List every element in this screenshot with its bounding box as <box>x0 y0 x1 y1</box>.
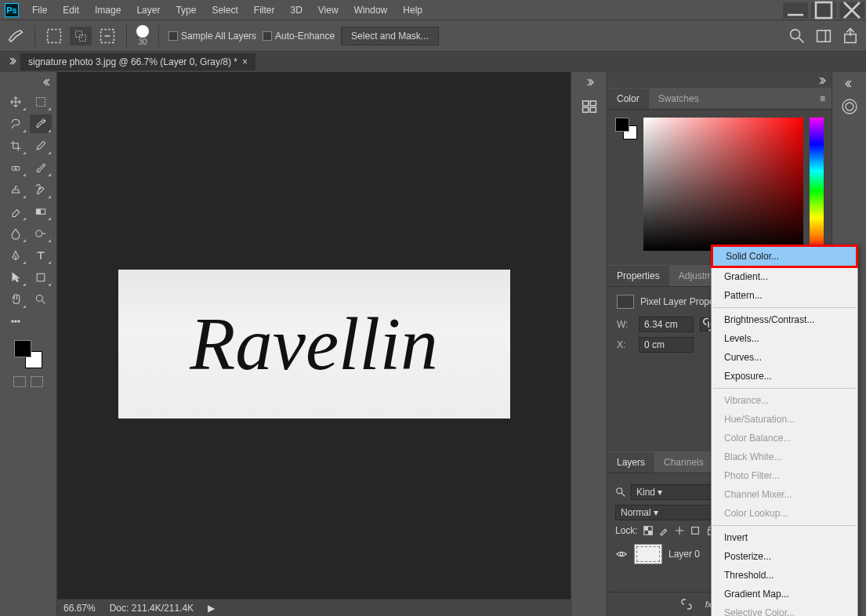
lock-position-icon[interactable] <box>674 525 685 536</box>
sample-all-layers-checkbox[interactable]: Sample All Layers <box>168 31 256 42</box>
lock-paint-icon[interactable] <box>658 525 669 536</box>
healing-brush-tool[interactable] <box>5 158 27 177</box>
maximize-button[interactable] <box>811 2 836 18</box>
color-picker-field[interactable] <box>643 118 803 251</box>
panel-expand[interactable] <box>584 77 595 89</box>
foreground-color[interactable] <box>14 340 31 357</box>
menu-layer[interactable]: Layer <box>129 2 167 19</box>
eraser-tool[interactable] <box>5 202 27 221</box>
blur-tool[interactable] <box>5 224 27 243</box>
gradient-tool[interactable] <box>30 202 52 221</box>
menu-type[interactable]: Type <box>168 2 203 19</box>
lasso-tool[interactable] <box>5 114 27 133</box>
menu-levels[interactable]: Levels... <box>712 329 857 348</box>
menu-posterize[interactable]: Posterize... <box>712 547 857 566</box>
svg-rect-23 <box>37 274 45 281</box>
hue-slider[interactable] <box>810 118 824 251</box>
clone-stamp-tool[interactable] <box>5 180 27 199</box>
type-tool[interactable] <box>30 246 52 265</box>
workspace-icon[interactable] <box>814 27 833 45</box>
quick-mask-icon[interactable] <box>13 376 26 387</box>
search-icon[interactable] <box>788 27 806 45</box>
menu-window[interactable]: Window <box>347 2 395 19</box>
menu-exposure[interactable]: Exposure... <box>712 367 857 386</box>
quick-selection-tool[interactable] <box>30 114 52 133</box>
brush-tool[interactable] <box>30 158 52 177</box>
creative-cloud-icon[interactable] <box>840 97 859 116</box>
menu-gradient[interactable]: Gradient... <box>712 267 857 286</box>
subtract-selection-icon[interactable] <box>98 27 117 45</box>
menu-select[interactable]: Select <box>205 2 245 19</box>
right-dock-collapse[interactable] <box>844 78 855 91</box>
menu-solid-color[interactable]: Solid Color... <box>711 245 858 268</box>
menu-3d[interactable]: 3D <box>283 2 309 19</box>
menu-brightness-contrast[interactable]: Brightness/Contrast... <box>712 310 857 329</box>
status-chevron-icon[interactable]: ▶ <box>208 603 215 614</box>
pen-tool[interactable] <box>5 246 27 265</box>
layer-name[interactable]: Layer 0 <box>669 549 700 560</box>
menu-invert[interactable]: Invert <box>712 528 857 547</box>
panels-collapse[interactable] <box>816 75 827 88</box>
width-input[interactable] <box>639 317 694 332</box>
color-panel-tabs: Color Swatches ≡ <box>607 88 832 110</box>
menu-threshold[interactable]: Threshold... <box>712 566 857 585</box>
tab-color[interactable]: Color <box>607 89 649 109</box>
layer-filter-search-icon[interactable] <box>615 487 626 498</box>
x-input[interactable] <box>639 337 694 353</box>
lock-artboard-icon[interactable] <box>690 525 701 536</box>
dodge-tool[interactable] <box>30 224 52 243</box>
eyedropper-tool[interactable] <box>30 136 52 155</box>
screen-mode-icon[interactable] <box>31 376 43 387</box>
svg-point-40 <box>620 553 623 556</box>
color-panel-menu-icon[interactable]: ≡ <box>813 89 832 109</box>
lock-transparent-icon[interactable] <box>643 525 654 536</box>
add-selection-icon[interactable] <box>70 27 92 45</box>
brush-preset[interactable]: 30 <box>136 25 149 46</box>
close-button[interactable] <box>839 2 864 18</box>
move-tool[interactable] <box>5 92 27 111</box>
layer-thumbnail[interactable] <box>634 544 662 564</box>
zoom-level[interactable]: 66.67% <box>63 603 96 614</box>
tab-channels[interactable]: Channels <box>654 452 713 473</box>
shape-tool[interactable] <box>30 268 52 287</box>
menu-view[interactable]: View <box>311 2 346 19</box>
menu-image[interactable]: Image <box>88 2 128 19</box>
tab-layers[interactable]: Layers <box>607 452 654 473</box>
crop-tool[interactable] <box>5 136 27 155</box>
svg-rect-32 <box>590 107 596 112</box>
document-tab[interactable]: signature photo 3.jpg @ 66.7% (Layer 0, … <box>20 53 255 71</box>
menu-help[interactable]: Help <box>396 2 429 19</box>
menu-gradient-map[interactable]: Gradient Map... <box>712 585 857 603</box>
menu-file[interactable]: File <box>25 2 54 19</box>
canvas-area[interactable]: Ravellin 66.67% Doc: 211.4K/211.4K ▶ <box>57 72 571 616</box>
share-icon[interactable] <box>841 27 860 45</box>
layer-visibility-icon[interactable] <box>615 548 628 560</box>
edit-toolbar[interactable] <box>5 312 27 331</box>
marquee-tool[interactable] <box>30 92 52 111</box>
doc-size[interactable]: Doc: 211.4K/211.4K <box>110 603 194 614</box>
document-canvas[interactable]: Ravellin <box>118 270 510 419</box>
menu-edit[interactable]: Edit <box>56 2 86 19</box>
color-fgbg-swatch[interactable] <box>615 118 637 140</box>
menu-pattern[interactable]: Pattern... <box>712 286 857 305</box>
current-tool-icon[interactable] <box>6 27 25 45</box>
history-brush-tool[interactable] <box>30 180 52 199</box>
zoom-tool[interactable] <box>30 290 52 309</box>
menu-curves[interactable]: Curves... <box>712 348 857 367</box>
new-selection-icon[interactable] <box>45 27 63 45</box>
panel-collapse-left[interactable] <box>6 56 17 68</box>
minimize-button[interactable] <box>783 2 808 18</box>
link-layers-icon[interactable] <box>679 597 694 611</box>
tab-properties[interactable]: Properties <box>607 266 669 286</box>
path-selection-tool[interactable] <box>5 268 27 287</box>
menu-filter[interactable]: Filter <box>247 2 282 19</box>
close-tab-icon[interactable]: × <box>242 56 248 67</box>
tab-swatches[interactable]: Swatches <box>649 89 708 109</box>
adjustment-layer-menu: Solid Color... Gradient... Pattern... Br… <box>711 245 858 616</box>
auto-enhance-checkbox[interactable]: Auto-Enhance <box>263 31 335 42</box>
select-and-mask-button[interactable]: Select and Mask... <box>341 27 439 45</box>
history-panel-icon[interactable] <box>580 97 599 116</box>
toolbox-collapse[interactable] <box>42 77 53 89</box>
hand-tool[interactable] <box>5 290 27 309</box>
foreground-background-swatch[interactable] <box>13 339 44 370</box>
